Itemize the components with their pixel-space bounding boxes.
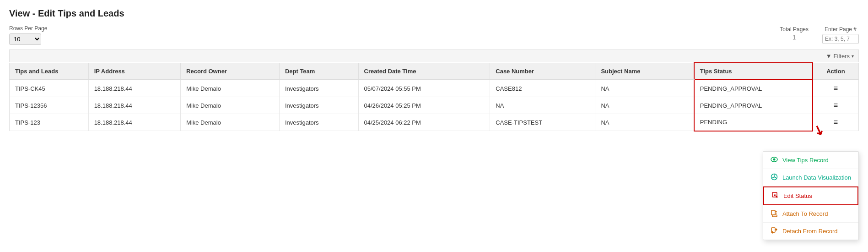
cell-date: 04/26/2024 05:25 PM xyxy=(358,97,490,114)
enter-page-label: Enter Page # xyxy=(825,26,857,33)
total-pages-label: Total Pages xyxy=(780,26,809,33)
menu-item-detach-label: Detach From Record xyxy=(782,228,838,235)
filters-button[interactable]: ▼ Filters ▾ xyxy=(826,53,854,60)
cell-dept: Investigators xyxy=(279,80,358,97)
col-header-case: Case Number xyxy=(490,63,595,80)
cell-owner: Mike Demalo xyxy=(181,114,280,131)
cell-owner: Mike Demalo xyxy=(181,80,280,97)
cell-dept: Investigators xyxy=(279,97,358,114)
cell-ip: 18.188.218.44 xyxy=(88,80,180,97)
menu-item-launch-viz-label: Launch Data Visualization xyxy=(782,174,851,181)
svg-rect-8 xyxy=(771,228,775,232)
page-title: View - Edit Tips and Leads xyxy=(9,8,859,19)
rows-per-page-section: Rows Per Page 10 25 50 100 xyxy=(9,25,47,45)
col-header-date: Created Date Time xyxy=(358,63,490,80)
svg-point-1 xyxy=(773,159,775,161)
cell-subject: NA xyxy=(595,114,694,131)
col-header-action: Action xyxy=(813,63,859,80)
cell-tips-leads: TIPS-123 xyxy=(10,114,89,131)
svg-rect-5 xyxy=(774,195,776,196)
cell-dept: Investigators xyxy=(279,114,358,131)
cell-subject: NA xyxy=(595,80,694,97)
col-header-dept: Dept Team xyxy=(279,63,358,80)
col-header-owner: Record Owner xyxy=(181,63,280,80)
eye-icon xyxy=(771,156,778,164)
detach-icon xyxy=(771,227,778,236)
filter-icon: ▼ xyxy=(826,53,832,60)
cell-ip: 18.188.218.44 xyxy=(88,114,180,131)
total-pages-col: Total Pages 1 xyxy=(780,26,809,41)
cell-tips-leads: TIPS-12356 xyxy=(10,97,89,114)
col-header-ip: IP Address xyxy=(88,63,180,80)
svg-rect-7 xyxy=(772,215,777,217)
svg-rect-6 xyxy=(771,210,775,215)
menu-item-attach[interactable]: Attach To Record xyxy=(763,205,858,223)
rows-per-page-select[interactable]: 10 25 50 100 xyxy=(9,33,41,45)
menu-item-edit-status-label: Edit Status xyxy=(783,192,812,199)
total-pages-value: 1 xyxy=(793,34,796,41)
chevron-down-icon: ▾ xyxy=(852,54,854,59)
cell-action[interactable]: ≡ xyxy=(813,97,859,114)
top-controls: Rows Per Page 10 25 50 100 Total Pages 1… xyxy=(9,25,859,45)
filters-label: Filters xyxy=(834,53,850,60)
svg-rect-4 xyxy=(774,194,776,195)
cell-status: PENDING_APPROVAL xyxy=(694,80,813,97)
edit-icon xyxy=(771,192,779,200)
col-header-tips-leads: Tips and Leads xyxy=(10,63,89,80)
cell-status: PENDING_APPROVAL xyxy=(694,97,813,114)
cell-date: 04/25/2024 06:22 PM xyxy=(358,114,490,131)
cell-case: NA xyxy=(490,97,595,114)
cell-ip: 18.188.218.44 xyxy=(88,97,180,114)
cell-owner: Mike Demalo xyxy=(181,97,280,114)
cell-tips-leads: TIPS-CK45 xyxy=(10,80,89,97)
tips-leads-table: Tips and Leads IP Address Record Owner D… xyxy=(9,62,859,131)
cell-case: CASE-TIPSTEST xyxy=(490,114,595,131)
cell-case: CASE812 xyxy=(490,80,595,97)
rows-per-page-label: Rows Per Page xyxy=(9,25,47,32)
menu-item-launch-viz[interactable]: Launch Data Visualization xyxy=(763,169,858,186)
cell-subject: NA xyxy=(595,97,694,114)
table-header-row: Tips and Leads IP Address Record Owner D… xyxy=(10,63,859,80)
menu-item-edit-status[interactable]: Edit Status xyxy=(763,186,858,205)
cell-status: PENDING xyxy=(694,114,813,131)
menu-item-view-tips-label: View Tips Record xyxy=(782,157,829,164)
action-menu-icon[interactable]: ≡ xyxy=(834,118,838,126)
enter-page-input[interactable] xyxy=(822,34,859,44)
menu-item-detach[interactable]: Detach From Record xyxy=(763,223,858,240)
action-menu-icon[interactable]: ≡ xyxy=(834,84,838,92)
filters-bar: ▼ Filters ▾ xyxy=(9,49,859,62)
col-header-status: Tips Status xyxy=(694,63,813,80)
action-menu-icon[interactable]: ≡ xyxy=(834,101,838,109)
context-menu: View Tips Record Launch Data Visualizati… xyxy=(763,151,859,240)
cell-date: 05/07/2024 05:55 PM xyxy=(358,80,490,97)
menu-item-attach-label: Attach To Record xyxy=(782,210,828,217)
chart-icon xyxy=(771,173,778,182)
table-row: TIPS-12356 18.188.218.44 Mike Demalo Inv… xyxy=(10,97,859,114)
cell-action[interactable]: ≡ xyxy=(813,80,859,97)
table-row: TIPS-CK45 18.188.218.44 Mike Demalo Inve… xyxy=(10,80,859,97)
table-row: TIPS-123 18.188.218.44 Mike Demalo Inves… xyxy=(10,114,859,131)
enter-page-col: Enter Page # xyxy=(822,26,859,44)
menu-item-view-tips[interactable]: View Tips Record xyxy=(763,152,858,169)
attach-icon xyxy=(771,209,778,218)
pagination-section: Total Pages 1 Enter Page # xyxy=(780,26,859,44)
col-header-subject: Subject Name xyxy=(595,63,694,80)
